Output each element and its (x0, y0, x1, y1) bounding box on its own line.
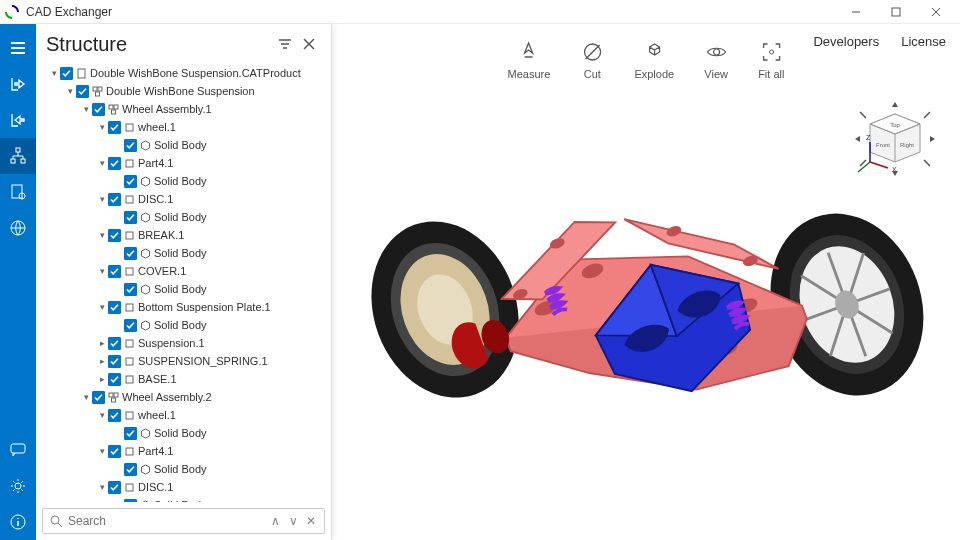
tree-expand-icon[interactable]: ▾ (96, 445, 108, 457)
tree-checkbox[interactable] (124, 427, 137, 440)
developers-link[interactable]: Developers (813, 34, 879, 49)
tree-expand-icon[interactable]: ▾ (80, 391, 92, 403)
close-panel-icon[interactable] (297, 32, 321, 56)
tree-row[interactable]: Solid Body (40, 136, 327, 154)
search-clear-icon[interactable]: ✕ (302, 512, 320, 530)
tree-checkbox[interactable] (108, 121, 121, 134)
tree-checkbox[interactable] (108, 355, 121, 368)
tree-expand-icon[interactable]: ▾ (64, 85, 76, 97)
tree-expand-icon[interactable] (112, 463, 124, 475)
tree-expand-icon[interactable]: ▾ (80, 103, 92, 115)
tree-expand-icon[interactable] (112, 319, 124, 331)
search-prev-icon[interactable]: ∧ (266, 512, 284, 530)
close-window-button[interactable] (916, 0, 956, 24)
tree-expand-icon[interactable]: ▸ (96, 337, 108, 349)
tree-expand-icon[interactable] (112, 211, 124, 223)
tree-row[interactable]: Solid Body (40, 316, 327, 334)
web-icon[interactable] (0, 210, 36, 246)
tree-row[interactable]: ▾wheel.1 (40, 118, 327, 136)
maximize-button[interactable] (876, 0, 916, 24)
tree-checkbox[interactable] (124, 283, 137, 296)
tree-checkbox[interactable] (124, 319, 137, 332)
tree-checkbox[interactable] (124, 247, 137, 260)
cut-tool[interactable]: Cut (580, 40, 604, 80)
tree-row[interactable]: Solid Body (40, 208, 327, 226)
license-link[interactable]: License (901, 34, 946, 49)
tree-checkbox[interactable] (108, 409, 121, 422)
tree-checkbox[interactable] (76, 85, 89, 98)
tree-checkbox[interactable] (108, 373, 121, 386)
tree-row[interactable]: ▾Part4.1 (40, 442, 327, 460)
tree-row[interactable]: ▾COVER.1 (40, 262, 327, 280)
tree-expand-icon[interactable] (112, 427, 124, 439)
tree-expand-icon[interactable] (112, 283, 124, 295)
tree-expand-icon[interactable]: ▸ (96, 355, 108, 367)
tree-expand-icon[interactable]: ▾ (48, 67, 60, 79)
tree-expand-icon[interactable] (112, 499, 124, 502)
search-input[interactable] (65, 511, 266, 531)
minimize-button[interactable] (836, 0, 876, 24)
tree-row[interactable]: Solid Body (40, 244, 327, 262)
tree-row[interactable]: ▸Suspension.1 (40, 334, 327, 352)
tree-expand-icon[interactable]: ▾ (96, 229, 108, 241)
tree-row[interactable]: ▸SUSPENSION_SPRING.1 (40, 352, 327, 370)
feedback-icon[interactable] (0, 432, 36, 468)
filter-icon[interactable] (273, 32, 297, 56)
info-icon[interactable] (0, 504, 36, 540)
viewport[interactable]: Developers License Measure Cut Explode V… (332, 24, 960, 540)
tree-checkbox[interactable] (108, 193, 121, 206)
tree-expand-icon[interactable]: ▾ (96, 301, 108, 313)
tree-checkbox[interactable] (108, 157, 121, 170)
tree-row[interactable]: ▾Wheel Assembly.2 (40, 388, 327, 406)
fitall-tool[interactable]: Fit all (758, 40, 784, 80)
tree-checkbox[interactable] (108, 229, 121, 242)
tree-row[interactable]: ▾Part4.1 (40, 154, 327, 172)
tree-row[interactable]: ▾Bottom Suspension Plate.1 (40, 298, 327, 316)
tree-checkbox[interactable] (108, 265, 121, 278)
structure-icon[interactable] (0, 138, 36, 174)
tree-row[interactable]: Solid Body (40, 280, 327, 298)
tree-expand-icon[interactable]: ▾ (96, 481, 108, 493)
tree-checkbox[interactable] (108, 301, 121, 314)
tree-checkbox[interactable] (124, 463, 137, 476)
explode-tool[interactable]: Explode (634, 40, 674, 80)
tree-expand-icon[interactable] (112, 175, 124, 187)
tree-row[interactable]: ▾Double WishBone Suspension (40, 82, 327, 100)
properties-icon[interactable] (0, 174, 36, 210)
view-tool[interactable]: View (704, 40, 728, 80)
search-next-icon[interactable]: ∨ (284, 512, 302, 530)
tree-row[interactable]: ▾Double WishBone Suspension.CATProduct (40, 64, 327, 82)
menu-icon[interactable] (0, 30, 36, 66)
tree-checkbox[interactable] (124, 499, 137, 503)
tree-checkbox[interactable] (92, 391, 105, 404)
tree-row[interactable]: ▾DISC.1 (40, 190, 327, 208)
tree-row[interactable]: ▾Wheel Assembly.1 (40, 100, 327, 118)
measure-tool[interactable]: Measure (508, 40, 551, 80)
tree-checkbox[interactable] (108, 337, 121, 350)
tree-row[interactable]: Solid Body (40, 496, 327, 502)
tree-row[interactable]: ▾DISC.1 (40, 478, 327, 496)
tree-checkbox[interactable] (124, 175, 137, 188)
tree-row[interactable]: ▾wheel.1 (40, 406, 327, 424)
tree-row[interactable]: ▾BREAK.1 (40, 226, 327, 244)
tree-expand-icon[interactable]: ▾ (96, 409, 108, 421)
tree-expand-icon[interactable]: ▾ (96, 265, 108, 277)
tree-expand-icon[interactable] (112, 247, 124, 259)
search-box[interactable]: ∧ ∨ ✕ (42, 508, 325, 534)
tree-checkbox[interactable] (124, 211, 137, 224)
tree-checkbox[interactable] (60, 67, 73, 80)
tree-expand-icon[interactable]: ▾ (96, 193, 108, 205)
export-icon[interactable] (0, 102, 36, 138)
tree-row[interactable]: ▸BASE.1 (40, 370, 327, 388)
tree-checkbox[interactable] (108, 481, 121, 494)
tree-row[interactable]: Solid Body (40, 424, 327, 442)
tree-checkbox[interactable] (108, 445, 121, 458)
tree-expand-icon[interactable]: ▸ (96, 373, 108, 385)
tree-checkbox[interactable] (124, 139, 137, 152)
tree-row[interactable]: Solid Body (40, 460, 327, 478)
settings-icon[interactable] (0, 468, 36, 504)
tree-expand-icon[interactable]: ▾ (96, 157, 108, 169)
import-icon[interactable] (0, 66, 36, 102)
tree-expand-icon[interactable] (112, 139, 124, 151)
tree-row[interactable]: Solid Body (40, 172, 327, 190)
